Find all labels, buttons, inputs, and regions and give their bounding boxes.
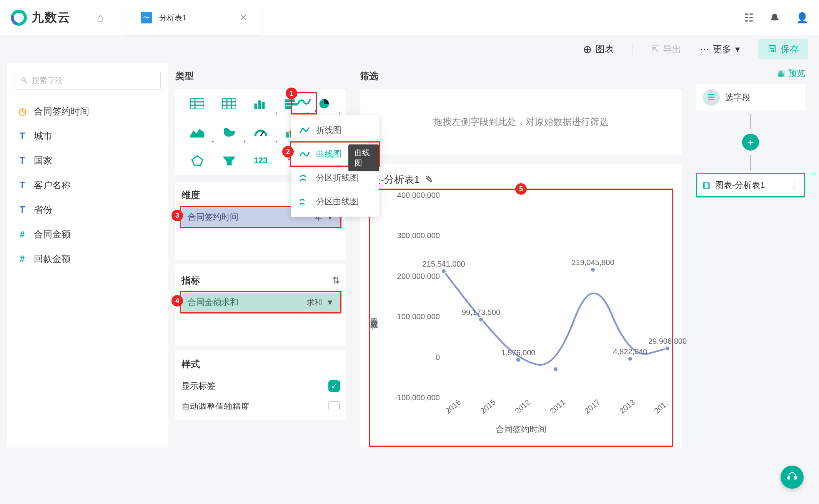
chart-type-crosstab[interactable] (213, 96, 245, 111)
dropdown-item-partition-curve[interactable]: 分区曲线图 (291, 190, 379, 214)
chart-plot: 5 合同金额求和 400,000,000300,000,000200,000,0… (371, 191, 671, 437)
swap-icon[interactable]: ⇅ (332, 275, 340, 286)
field-item[interactable]: T客户名称 (15, 173, 161, 197)
config-panel: 类型 ▾ ▾ ▾ ▾ ▾ ▾ 123 ᴬB 1 (168, 63, 353, 448)
xaxis-title: 合同签约时间 (496, 424, 546, 435)
chart-type-radar[interactable] (181, 153, 213, 168)
dropdown-label: 折线图 (316, 124, 341, 136)
divider (633, 43, 633, 55)
fields-panel: 🔍︎ 搜索字段 ◷合同签约时间T城市T国家T客户名称T省份#合同金额#回款金额 (7, 63, 168, 448)
data-label: 1,576,000 (501, 348, 536, 357)
actionbar: ⊕ 图表 ⇱ 导出 ⋯ 更多 ▾ 🖫 保存 (0, 35, 819, 63)
dropdown-item-curve[interactable]: 2 曲线图 曲线图 (291, 142, 379, 166)
data-point (553, 366, 558, 372)
ytick: 200,000,000 (378, 272, 440, 281)
dropdown-label: 分区折线图 (316, 172, 358, 184)
chart-card: 表-分析表1 ✎ 5 合同金额求和 400,000,000300,000,000… (360, 164, 682, 448)
highlight-box-4 (180, 291, 341, 313)
step-select-fields[interactable]: ☰ 选字段 (696, 84, 805, 111)
chart-type-gauge[interactable]: ▾ (245, 124, 276, 140)
add-chart-button[interactable]: ⊕ 图表 (583, 43, 614, 56)
field-item[interactable]: T国家 (15, 148, 161, 173)
select-fields-icon: ☰ (703, 89, 720, 106)
style-label: 自动调整值轴精度 (181, 401, 249, 410)
checklist-icon[interactable]: ☷ (744, 12, 754, 24)
topbar-right: ☷ 🔔︎ 👤 (744, 12, 808, 24)
yaxis-title: 合同金额求和 (369, 312, 380, 316)
data-point (665, 346, 670, 351)
home-icon[interactable]: ⌂ (97, 11, 104, 24)
add-step-button[interactable]: ＋ (742, 134, 759, 151)
field-item[interactable]: #回款金额 (15, 247, 161, 271)
preview-label: 预览 (788, 68, 805, 79)
tab-analysis1[interactable]: 〜 分析表1 ✕ (126, 0, 262, 35)
chart-type-kpi[interactable]: 123 (245, 153, 276, 168)
field-label: 回款金额 (34, 253, 71, 265)
data-label: 99,173,500 (462, 308, 500, 317)
fields-list: ◷合同签约时间T城市T国家T客户名称T省份#合同金额#回款金额 (15, 99, 161, 271)
chart-type-table[interactable] (181, 96, 213, 111)
svg-rect-10 (258, 101, 261, 109)
field-item[interactable]: #合同金额 (15, 222, 161, 247)
chart-type-funnel[interactable] (213, 153, 245, 168)
style-row-precision: 自动调整值轴精度 ✓ (181, 398, 340, 410)
badge-5: 5 (515, 183, 527, 195)
ellipsis-icon: ⋯ (700, 44, 709, 55)
svg-marker-21 (223, 157, 235, 165)
checkbox-precision[interactable]: ✓ (328, 401, 340, 410)
ytick: 0 (378, 353, 440, 362)
chart-type-area[interactable]: ▾ (181, 124, 213, 140)
tooltip-curve: 曲线图 (348, 144, 379, 171)
more-button[interactable]: ⋯ 更多 ▾ (700, 43, 740, 55)
badge-3: 3 (171, 210, 183, 221)
field-item[interactable]: ◷合同签约时间 (15, 99, 161, 124)
line-type-dropdown: 折线图 2 曲线图 曲线图 分区折线图 分区曲线图 (291, 115, 379, 217)
field-type-icon: T (18, 155, 27, 166)
step-connector (750, 114, 751, 129)
main: 🔍︎ 搜索字段 ◷合同签约时间T城市T国家T客户名称T省份#合同金额#回款金额 … (0, 63, 819, 448)
search-placeholder: 搜索字段 (32, 75, 63, 86)
step-label: 选字段 (725, 92, 751, 103)
field-item[interactable]: T省份 (15, 197, 161, 222)
kebab-icon[interactable]: ⋮ (790, 180, 799, 190)
chart-type-map[interactable]: ▾ (213, 124, 245, 140)
user-icon[interactable]: 👤 (796, 12, 808, 24)
search-input[interactable]: 🔍︎ 搜索字段 (15, 71, 161, 90)
export-button[interactable]: ⇱ 导出 (651, 43, 681, 55)
data-point (478, 317, 484, 322)
data-point (516, 357, 521, 363)
svg-marker-20 (192, 156, 203, 165)
ytick: -100,000,000 (378, 393, 440, 402)
chart-type-bar[interactable]: ▾ (245, 96, 276, 111)
step-chart-node[interactable]: ▥ 图表-分析表1 ⋮ (696, 173, 805, 197)
filter-dropzone[interactable]: 拖拽左侧字段到此处，对原始数据进行筛选 (360, 89, 682, 154)
data-point (590, 267, 596, 272)
dropdown-item-line[interactable]: 折线图 (291, 118, 379, 142)
export-icon: ⇱ (651, 44, 659, 55)
xaxis: 201620152012201120172013201. (444, 409, 668, 418)
field-label: 城市 (34, 130, 52, 142)
data-point (628, 356, 633, 361)
preview-link[interactable]: ▦ 预览 (696, 63, 805, 84)
field-type-icon: # (18, 229, 27, 240)
dropdown-label: 分区曲线图 (316, 196, 358, 207)
filter-title: 筛选 (360, 63, 682, 89)
field-type-icon: # (18, 254, 27, 264)
data-label: 29,906,800 (648, 337, 687, 346)
help-fab[interactable]: 🎧︎ (781, 466, 804, 489)
bell-icon[interactable]: 🔔︎ (770, 12, 780, 24)
headset-icon: 🎧︎ (786, 471, 798, 484)
line-chart-icon (299, 126, 310, 134)
yaxis-ticks: 400,000,000300,000,000200,000,000100,000… (378, 191, 440, 402)
edit-icon[interactable]: ✎ (425, 174, 433, 186)
data-label: 4,822,040 (613, 347, 648, 356)
svg-rect-4 (222, 98, 236, 109)
close-icon[interactable]: ✕ (240, 12, 247, 23)
checkbox-show-labels[interactable]: ✓ (328, 380, 340, 392)
logo-mark-icon (11, 10, 27, 26)
ytick: 400,000,000 (378, 191, 440, 200)
save-button[interactable]: 🖫 保存 (758, 39, 808, 59)
field-item[interactable]: T城市 (15, 124, 161, 148)
ytick: 100,000,000 (378, 312, 440, 321)
chart-type-grid: ▾ ▾ ▾ ▾ ▾ ▾ 123 ᴬB 1 ▾ (175, 89, 346, 175)
